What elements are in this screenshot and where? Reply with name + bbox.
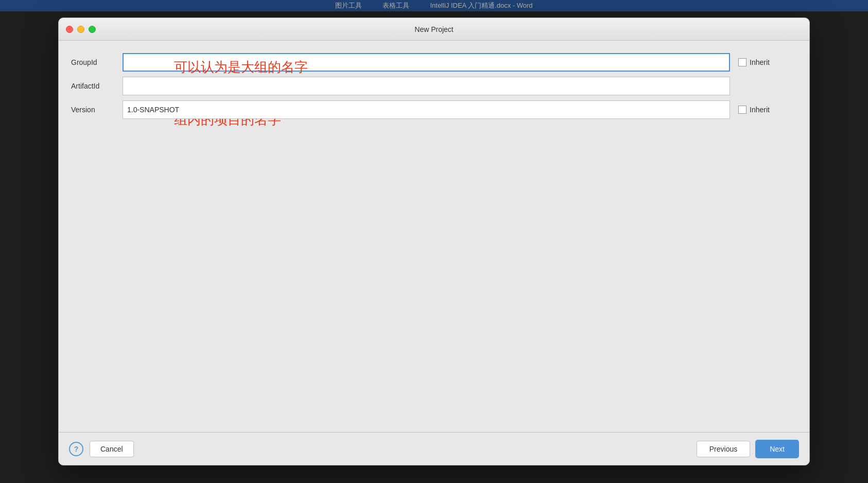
groupid-inherit-checkbox[interactable] xyxy=(738,58,747,66)
artifactid-input[interactable] xyxy=(123,77,730,95)
help-button[interactable]: ? xyxy=(69,442,83,456)
next-button[interactable]: Next xyxy=(755,440,799,458)
version-inherit-label: Inherit xyxy=(750,106,770,114)
footer-right: Previous Next xyxy=(697,440,799,458)
dialog-title: New Project xyxy=(414,25,453,33)
version-inherit-area: Inherit xyxy=(738,106,770,114)
groupid-input[interactable] xyxy=(123,53,730,72)
title-bar: New Project xyxy=(59,18,809,41)
previous-button[interactable]: Previous xyxy=(697,441,750,457)
groupid-inherit-label: Inherit xyxy=(750,58,770,66)
minimize-button[interactable] xyxy=(77,26,84,33)
version-inherit-checkbox[interactable] xyxy=(738,106,747,114)
maximize-button[interactable] xyxy=(89,26,96,33)
groupid-row: GroupId Inherit 可以认为是大组的名字 xyxy=(71,53,797,72)
traffic-lights xyxy=(66,26,96,33)
version-input[interactable] xyxy=(123,100,730,119)
groupid-label: GroupId xyxy=(71,58,123,66)
version-label: Version xyxy=(71,106,123,114)
artifactid-label: ArtifactId xyxy=(71,82,123,90)
cancel-button[interactable]: Cancel xyxy=(90,441,134,457)
close-button[interactable] xyxy=(66,26,73,33)
version-row: Version Inherit xyxy=(71,100,797,119)
footer-left: ? Cancel xyxy=(69,441,134,457)
artifactid-row: ArtifactId 组内的项目的名字 xyxy=(71,77,797,95)
new-project-dialog: New Project GroupId Inherit 可以认为是大组的名字 A… xyxy=(58,18,810,465)
groupid-inherit-area: Inherit xyxy=(738,58,770,66)
dialog-content: GroupId Inherit 可以认为是大组的名字 ArtifactId 组内… xyxy=(59,41,809,432)
dialog-overlay: New Project GroupId Inherit 可以认为是大组的名字 A… xyxy=(0,0,868,483)
dialog-footer: ? Cancel Previous Next xyxy=(59,432,809,465)
